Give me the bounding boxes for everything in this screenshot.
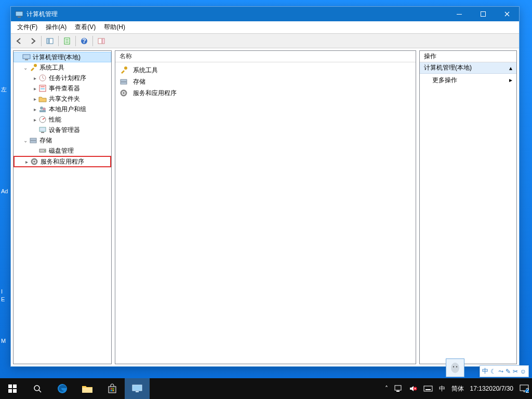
search-button[interactable]	[25, 378, 50, 399]
tree-label: 共享文件夹	[49, 95, 80, 103]
tree-label: 服务和应用程序	[41, 157, 84, 166]
ime-btn[interactable]: ☺	[520, 368, 526, 375]
help-button[interactable]: ?	[78, 35, 90, 47]
ime-btn[interactable]: ⤳	[498, 368, 503, 375]
tree-event-viewer[interactable]: ▸ 事件查看器	[14, 83, 111, 94]
tray-network-icon[interactable]	[391, 378, 406, 399]
tray-overflow[interactable]: ˄	[382, 378, 391, 399]
tree-disk-management[interactable]: ▸ 磁盘管理	[14, 145, 111, 156]
tray-keyboard-icon[interactable]	[420, 378, 436, 399]
svg-point-27	[44, 150, 45, 151]
ime-btn[interactable]: ✂	[513, 368, 518, 375]
list-item[interactable]: 系统工具	[118, 64, 413, 76]
ime-btn[interactable]: 中	[482, 367, 488, 376]
tree-services-apps[interactable]: ▸ 服务和应用程序	[14, 156, 111, 167]
svg-rect-22	[39, 127, 46, 131]
tree-label: 磁盘管理	[49, 147, 74, 155]
computer-icon	[22, 53, 31, 61]
start-button[interactable]	[0, 378, 25, 399]
svg-rect-4	[47, 38, 49, 44]
chevron-right-icon: ▸	[509, 76, 512, 84]
maximize-button[interactable]	[471, 7, 495, 21]
svg-rect-5	[49, 38, 53, 44]
svg-rect-46	[111, 388, 112, 390]
ime-lang[interactable]: 中	[436, 378, 448, 399]
svg-rect-45	[109, 387, 116, 393]
event-icon	[38, 84, 47, 92]
ime-btn[interactable]: ☾	[490, 368, 496, 375]
show-hide-action-button[interactable]	[95, 35, 108, 47]
menu-view[interactable]: 查看(V)	[71, 22, 100, 33]
svg-text:2: 2	[526, 387, 529, 393]
tree-system-tools[interactable]: ⌄ 系统工具	[14, 62, 111, 73]
menu-action[interactable]: 操作(A)	[42, 22, 71, 33]
actions-context[interactable]: 计算机管理(本地) ▴	[420, 62, 516, 74]
actions-header: 操作	[420, 51, 516, 62]
actions-context-label: 计算机管理(本地)	[424, 63, 472, 72]
tray-clock[interactable]: 17:13 2020/7/30	[467, 378, 516, 399]
taskbar-store[interactable]	[100, 378, 125, 399]
services-icon	[119, 89, 128, 97]
ime-btn[interactable]: ✎	[506, 368, 511, 375]
svg-rect-47	[113, 388, 114, 390]
svg-rect-25	[30, 141, 36, 143]
more-actions[interactable]: 更多操作 ▸	[420, 74, 516, 86]
menu-help[interactable]: 帮助(H)	[100, 22, 129, 33]
menu-file[interactable]: 文件(F)	[13, 22, 42, 33]
details-pane[interactable]: 名称 系统工具 存储 服务和应用程序	[115, 50, 416, 364]
tree-root-label: 计算机管理(本地)	[33, 53, 81, 62]
list-item-label: 服务和应用程序	[133, 89, 177, 98]
close-button[interactable]	[495, 7, 519, 21]
qq-notification[interactable]	[446, 358, 464, 377]
svg-rect-40	[8, 389, 12, 393]
tree-local-users[interactable]: ▸ 本地用户和组	[14, 104, 111, 114]
show-hide-tree-button[interactable]	[44, 35, 56, 47]
tree-pane[interactable]: ▸ 计算机管理(本地) ⌄ 系统工具 ▸ 任务计划程序 ▸ 事件	[13, 50, 112, 364]
titlebar[interactable]: 计算机管理	[11, 7, 519, 21]
properties-button[interactable]	[61, 35, 73, 47]
collapse-icon[interactable]: ▴	[509, 64, 512, 72]
tree-shared-folders[interactable]: ▸ 共享文件夹	[14, 94, 111, 104]
computer-management-window: 计算机管理 文件(F) 操作(A) 查看(V) 帮助(H) ?	[10, 6, 520, 367]
list-item-label: 系统工具	[133, 66, 158, 75]
minimize-button[interactable]	[447, 7, 471, 21]
tree-label: 性能	[49, 115, 61, 124]
back-button[interactable]	[13, 35, 25, 47]
svg-rect-55	[424, 386, 432, 391]
folder-share-icon	[38, 95, 47, 103]
tray-volume-icon[interactable]	[406, 378, 420, 399]
tree-root[interactable]: ▸ 计算机管理(本地)	[14, 52, 111, 62]
tree-performance[interactable]: ▸ 性能	[14, 114, 111, 125]
tree-device-manager[interactable]: ▸ 设备管理器	[14, 125, 111, 135]
svg-rect-23	[41, 132, 44, 133]
svg-rect-38	[8, 384, 12, 388]
ime-method[interactable]: 简体	[448, 378, 467, 399]
ime-toolbar[interactable]: 中 ☾ ⤳ ✎ ✂ ☺	[480, 365, 529, 377]
svg-rect-17	[41, 88, 45, 89]
forward-button[interactable]	[26, 35, 39, 47]
desktop-frag-4: E	[0, 296, 10, 302]
svg-rect-16	[41, 86, 45, 87]
svg-rect-51	[136, 391, 139, 392]
list-item[interactable]: 存储	[118, 76, 413, 87]
perf-icon	[38, 115, 47, 124]
svg-rect-49	[113, 390, 114, 392]
desktop-frag-3: I	[0, 288, 10, 295]
svg-rect-52	[395, 385, 401, 390]
list-item[interactable]: 服务和应用程序	[118, 87, 413, 99]
taskbar[interactable]: ˄ 中 简体 17:13 2020/7/30 2	[0, 378, 532, 399]
action-center-icon[interactable]: 2	[516, 378, 532, 399]
tree-storage[interactable]: ⌄ 存储	[14, 135, 111, 145]
svg-rect-32	[121, 82, 127, 84]
tree-label: 设备管理器	[49, 126, 80, 135]
tools-icon	[119, 66, 128, 74]
svg-rect-9	[98, 38, 102, 44]
desktop: 左 Ad I E M 计算机管理 文件(F) 操作(A) 查看(V) 帮助(H)	[0, 0, 532, 399]
users-icon	[38, 105, 47, 113]
column-header-name[interactable]: 名称	[115, 51, 416, 62]
svg-rect-24	[30, 138, 36, 140]
tree-task-scheduler[interactable]: ▸ 任务计划程序	[14, 73, 111, 83]
taskbar-edge[interactable]	[50, 378, 75, 399]
taskbar-explorer[interactable]	[75, 378, 100, 399]
taskbar-compmgmt[interactable]	[125, 378, 150, 399]
